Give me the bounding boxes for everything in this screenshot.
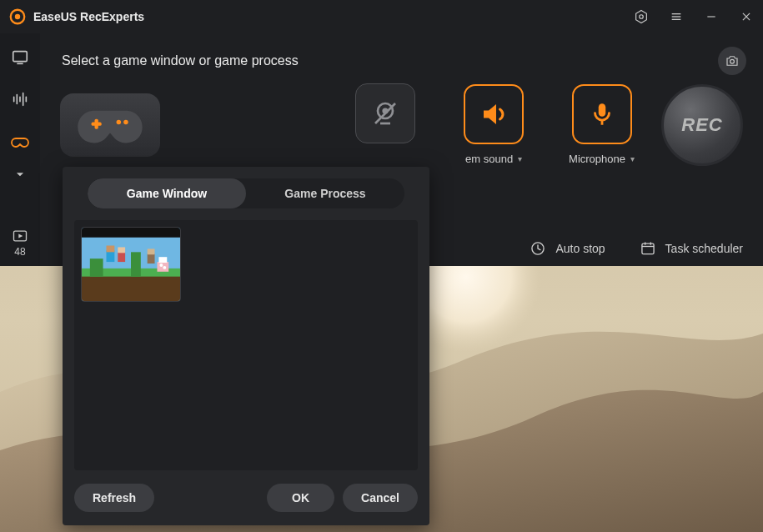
task-scheduler-label: Task scheduler bbox=[665, 242, 743, 255]
chevron-down-icon[interactable]: ▾ bbox=[630, 154, 635, 163]
svg-rect-32 bbox=[82, 273, 180, 301]
svg-marker-4 bbox=[636, 11, 647, 23]
microphone-toggle[interactable] bbox=[572, 84, 632, 144]
svg-rect-31 bbox=[82, 228, 180, 238]
page-heading: Select a game window or game process bbox=[62, 53, 743, 68]
close-button[interactable] bbox=[738, 8, 755, 25]
tab-game-process[interactable]: Game Process bbox=[246, 178, 404, 208]
svg-point-45 bbox=[163, 266, 166, 269]
screen-record-icon[interactable] bbox=[8, 48, 32, 67]
tab-game-window[interactable]: Game Window bbox=[88, 178, 246, 208]
button-label: Cancel bbox=[361, 491, 399, 504]
recordings-button[interactable]: 48 bbox=[12, 228, 28, 266]
more-icon[interactable] bbox=[8, 167, 32, 181]
svg-rect-38 bbox=[118, 252, 125, 262]
game-selector-button[interactable] bbox=[60, 93, 160, 157]
svg-rect-41 bbox=[148, 248, 155, 254]
app-title: EaseUS RecExperts bbox=[33, 10, 144, 23]
svg-rect-34 bbox=[90, 258, 103, 277]
screenshot-button[interactable] bbox=[718, 47, 746, 75]
svg-rect-43 bbox=[158, 257, 167, 263]
svg-rect-37 bbox=[107, 246, 115, 253]
svg-point-15 bbox=[730, 59, 735, 63]
svg-point-44 bbox=[159, 263, 163, 267]
chevron-down-icon[interactable]: ▾ bbox=[518, 154, 522, 163]
calendar-icon bbox=[639, 239, 657, 258]
settings-icon[interactable] bbox=[633, 8, 650, 25]
record-button[interactable]: REC bbox=[661, 84, 743, 166]
svg-rect-35 bbox=[131, 252, 141, 276]
tab-label: Game Window bbox=[127, 187, 207, 200]
menu-icon[interactable] bbox=[668, 8, 685, 25]
system-sound-toggle[interactable] bbox=[464, 84, 524, 144]
webcam-toggle[interactable] bbox=[355, 83, 415, 143]
svg-point-3 bbox=[15, 14, 20, 19]
sidebar: 48 bbox=[0, 33, 40, 266]
app-logo-icon bbox=[8, 8, 27, 26]
refresh-button[interactable]: Refresh bbox=[74, 484, 154, 512]
audio-record-icon[interactable] bbox=[8, 90, 32, 108]
recordings-count: 48 bbox=[14, 246, 25, 258]
microphone-label: Microphone bbox=[569, 153, 625, 165]
window-list bbox=[74, 220, 418, 470]
task-scheduler-button[interactable]: Task scheduler bbox=[639, 239, 743, 258]
svg-rect-39 bbox=[118, 247, 125, 253]
auto-stop-button[interactable]: Auto stop bbox=[529, 239, 605, 258]
svg-point-18 bbox=[117, 119, 122, 124]
game-record-icon[interactable] bbox=[8, 132, 32, 152]
svg-point-5 bbox=[640, 15, 644, 19]
window-thumbnail[interactable] bbox=[81, 227, 181, 302]
svg-rect-26 bbox=[642, 243, 654, 254]
ok-button[interactable]: OK bbox=[267, 484, 334, 512]
game-selector-popup: Game Window Game Process bbox=[63, 167, 429, 525]
system-sound-label: em sound bbox=[465, 153, 513, 165]
record-label: REC bbox=[681, 114, 722, 136]
svg-rect-42 bbox=[157, 262, 168, 272]
minimize-button[interactable] bbox=[703, 8, 720, 25]
svg-rect-17 bbox=[95, 118, 98, 128]
auto-stop-label: Auto stop bbox=[555, 242, 605, 255]
svg-rect-23 bbox=[598, 103, 605, 117]
button-label: Refresh bbox=[93, 491, 136, 504]
tab-label: Game Process bbox=[284, 187, 365, 200]
svg-rect-36 bbox=[107, 250, 115, 262]
tabs: Game Window Game Process bbox=[88, 178, 404, 208]
svg-rect-40 bbox=[148, 253, 155, 263]
clock-icon bbox=[529, 239, 547, 258]
svg-point-19 bbox=[123, 119, 128, 124]
cancel-button[interactable]: Cancel bbox=[343, 484, 418, 512]
svg-rect-12 bbox=[13, 52, 28, 62]
button-label: OK bbox=[292, 491, 309, 504]
titlebar: EaseUS RecExperts bbox=[0, 0, 763, 33]
